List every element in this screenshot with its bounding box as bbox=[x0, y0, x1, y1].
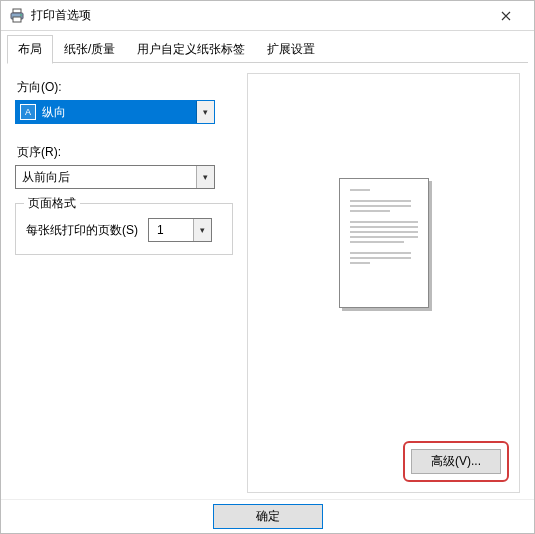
preview-page-thumbnail bbox=[339, 178, 429, 308]
tab-extended[interactable]: 扩展设置 bbox=[256, 35, 326, 63]
page-order-value: 从前向后 bbox=[16, 169, 70, 186]
svg-rect-0 bbox=[13, 9, 21, 13]
orientation-label: 方向(O): bbox=[17, 79, 233, 96]
page-order-label: 页序(R): bbox=[17, 144, 233, 161]
tabstrip: 布局 纸张/质量 用户自定义纸张标签 扩展设置 bbox=[1, 31, 534, 63]
page-format-group: 页面格式 每张纸打印的页数(S) 1 ▾ bbox=[15, 203, 233, 255]
left-column: 方向(O): A 纵向 ▾ 页序(R): 从前向后 ▾ 页面格式 每张纸打印的页… bbox=[15, 73, 233, 493]
printer-icon bbox=[9, 8, 25, 24]
advanced-highlight-box: 高级(V)... bbox=[403, 441, 509, 482]
svg-point-3 bbox=[20, 14, 22, 16]
titlebar: 打印首选项 bbox=[1, 1, 534, 31]
chevron-down-icon: ▾ bbox=[196, 166, 214, 188]
layout-panel: 方向(O): A 纵向 ▾ 页序(R): 从前向后 ▾ 页面格式 每张纸打印的页… bbox=[1, 63, 534, 499]
chevron-down-icon: ▾ bbox=[193, 219, 211, 241]
orientation-select[interactable]: A 纵向 ▾ bbox=[15, 100, 215, 124]
tab-layout[interactable]: 布局 bbox=[7, 35, 53, 64]
advanced-button[interactable]: 高级(V)... bbox=[411, 449, 501, 474]
window-title: 打印首选项 bbox=[31, 7, 486, 24]
pages-per-sheet-label: 每张纸打印的页数(S) bbox=[26, 222, 138, 239]
preview-pane: 高级(V)... bbox=[247, 73, 520, 493]
svg-rect-2 bbox=[13, 17, 21, 22]
chevron-down-icon: ▾ bbox=[196, 101, 214, 123]
page-order-select[interactable]: 从前向后 ▾ bbox=[15, 165, 215, 189]
dialog-footer: 确定 bbox=[1, 499, 534, 533]
tab-custom-paper[interactable]: 用户自定义纸张标签 bbox=[126, 35, 256, 63]
print-preferences-window: 打印首选项 布局 纸张/质量 用户自定义纸张标签 扩展设置 方向(O): A 纵… bbox=[0, 0, 535, 534]
page-format-legend: 页面格式 bbox=[24, 195, 80, 212]
pages-per-sheet-select[interactable]: 1 ▾ bbox=[148, 218, 212, 242]
orientation-value: 纵向 bbox=[40, 104, 66, 121]
close-button[interactable] bbox=[486, 1, 526, 30]
tab-paper-quality[interactable]: 纸张/质量 bbox=[53, 35, 126, 63]
portrait-page-icon: A bbox=[20, 104, 36, 120]
pages-per-sheet-value: 1 bbox=[149, 223, 193, 237]
ok-button[interactable]: 确定 bbox=[213, 504, 323, 529]
